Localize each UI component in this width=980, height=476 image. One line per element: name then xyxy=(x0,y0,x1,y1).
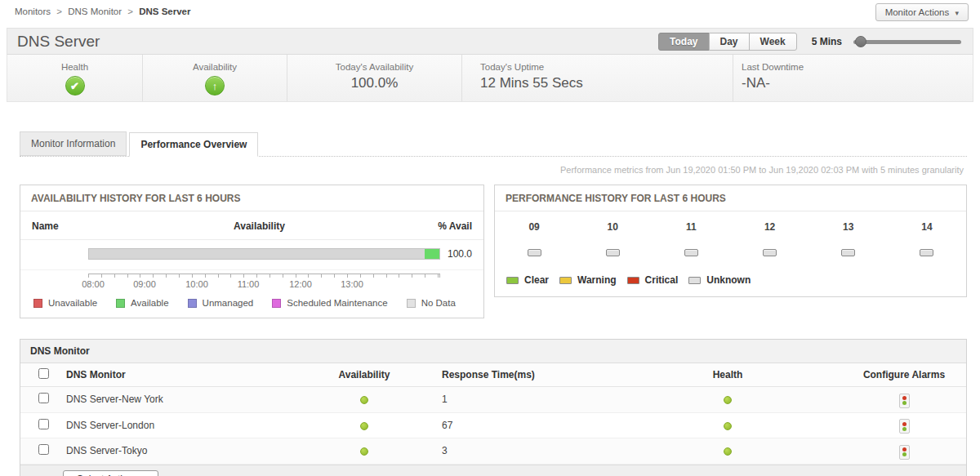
legend-item-available: Available xyxy=(116,298,168,308)
stat-last-downtime-label: Last Downtime xyxy=(742,62,973,72)
hour-state-unknown-icon[interactable] xyxy=(684,249,698,256)
availability-bar-row: 100.0 xyxy=(20,240,483,270)
col-response-time: Response Time(ms) xyxy=(425,364,613,385)
legend-item-unknown: Unknown xyxy=(688,274,751,286)
granularity-slider[interactable] xyxy=(853,36,961,47)
period-tab-day[interactable]: Day xyxy=(709,33,750,51)
hour-state-unknown-icon[interactable] xyxy=(920,249,933,256)
hour-label: 11 xyxy=(652,221,730,233)
availability-bar[interactable] xyxy=(88,248,440,260)
legend-item-clear: Clear xyxy=(506,274,549,286)
stat-last-downtime: Last Downtime -NA- xyxy=(733,55,973,101)
col-percent-avail: % Avail xyxy=(430,220,472,232)
axis-label: 11:00 xyxy=(238,279,260,289)
legend-label: Warning xyxy=(577,274,617,286)
tab-row: Monitor Information Performance Overview xyxy=(20,131,967,157)
legend-label: Scheduled Maintenance xyxy=(287,298,387,308)
availability-bar-available-segment xyxy=(425,249,439,259)
availability-history-title: AVAILABILITY HISTORY FOR LAST 6 HOURS xyxy=(20,185,483,211)
period-tab-week[interactable]: Week xyxy=(749,33,797,51)
table-title: DNS Monitor xyxy=(20,340,966,363)
monitor-summary-band: DNS Server Today Day Week 5 Mins Health … xyxy=(7,28,973,102)
todays-availability-value: 100.0% xyxy=(287,75,461,91)
monitor-name-link[interactable]: DNS Server-London xyxy=(66,416,303,435)
legend-label: Unmanaged xyxy=(203,298,254,308)
configure-alarms-icon[interactable] xyxy=(899,419,910,434)
hour-state-unknown-icon[interactable] xyxy=(528,249,541,256)
monitor-actions-button[interactable]: Monitor Actions ▾ xyxy=(875,3,969,21)
legend-label: Unavailable xyxy=(48,298,97,308)
last-downtime-value: -NA- xyxy=(742,75,973,91)
action-select[interactable]: --Select Action-- xyxy=(63,470,158,476)
scheduled-maintenance-swatch-icon xyxy=(272,299,281,308)
available-swatch-icon xyxy=(116,299,125,308)
availability-bar-no-data-segment xyxy=(89,249,425,259)
performance-history-panel: PERFORMANCE HISTORY FOR LAST 6 HOURS 09 … xyxy=(494,185,967,297)
stat-availability-label: Availability xyxy=(143,62,287,72)
legend-label: Clear xyxy=(524,274,549,286)
stat-health: Health ✔ xyxy=(7,55,142,101)
table-header-row: DNS Monitor Availability Response Time(m… xyxy=(20,363,966,387)
select-all-checkbox[interactable] xyxy=(38,368,49,379)
availability-up-dot-icon xyxy=(360,447,368,456)
tab-monitor-information[interactable]: Monitor Information xyxy=(20,131,127,156)
page-title: DNS Server xyxy=(17,33,100,51)
legend-label: Critical xyxy=(645,274,679,286)
row-checkbox[interactable] xyxy=(38,393,49,403)
top-bar: Monitors > DNS Monitor > DNS Server Moni… xyxy=(0,0,980,24)
hour-state-unknown-icon[interactable] xyxy=(763,249,777,256)
breadcrumb-monitors[interactable]: Monitors xyxy=(15,7,51,16)
availability-legend: Unavailable Available Unmanaged Schedule… xyxy=(20,291,483,318)
legend-item-warning: Warning xyxy=(559,274,617,286)
health-up-dot-icon xyxy=(724,447,732,456)
legend-label: No Data xyxy=(421,298,456,308)
table-row-tokyo: DNS Server-Tokyo 3 xyxy=(20,438,966,465)
stat-availability: Availability ↑ xyxy=(142,55,287,101)
row-checkbox[interactable] xyxy=(38,444,49,455)
col-availability: Availability xyxy=(303,364,425,385)
slider-handle[interactable] xyxy=(855,36,866,47)
response-time-value: 1 xyxy=(425,389,613,409)
col-name: Name xyxy=(32,220,89,232)
stat-todays-availability-label: Today's Availability xyxy=(287,62,461,72)
hour-state-unknown-icon[interactable] xyxy=(841,249,855,256)
todays-uptime-value: 12 Mins 55 Secs xyxy=(480,75,733,91)
hour-label: 14 xyxy=(888,221,966,233)
axis-labels: 08:00 09:00 10:00 11:00 12:00 13:00 xyxy=(88,278,440,291)
legend-label: Unknown xyxy=(706,274,751,286)
hour-label: 13 xyxy=(809,221,888,233)
clear-swatch-icon xyxy=(506,277,519,284)
table-row-london: DNS Server-London 67 xyxy=(20,413,966,439)
legend-item-unmanaged: Unmanaged xyxy=(188,298,254,308)
metrics-note: Performance metrics from Jun 19,2020 01:… xyxy=(0,165,964,175)
breadcrumb-dns-monitor[interactable]: DNS Monitor xyxy=(68,7,122,16)
performance-history-title: PERFORMANCE HISTORY FOR LAST 6 HOURS xyxy=(495,185,966,211)
row-checkbox[interactable] xyxy=(38,419,49,429)
performance-legend: Clear Warning Critical Unknown xyxy=(495,261,966,296)
performance-hour-states xyxy=(495,233,966,261)
period-tab-today[interactable]: Today xyxy=(658,33,709,51)
stats-strip: Health ✔ Availability ↑ Today's Availabi… xyxy=(7,55,973,102)
period-controls: Today Day Week 5 Mins xyxy=(658,33,961,51)
legend-label: Available xyxy=(131,298,168,308)
stat-todays-uptime: Today's Uptime 12 Mins 55 Secs xyxy=(461,55,733,101)
col-health: Health xyxy=(613,364,842,385)
monitor-name-link[interactable]: DNS Server-Tokyo xyxy=(66,441,303,460)
configure-alarms-icon[interactable] xyxy=(899,445,910,460)
health-up-dot-icon xyxy=(724,422,732,430)
breadcrumb-separator: > xyxy=(127,7,133,16)
monitor-name-link[interactable]: DNS Server-New York xyxy=(66,389,303,409)
tab-performance-overview[interactable]: Performance Overview xyxy=(129,132,258,157)
availability-history-panel: AVAILABILITY HISTORY FOR LAST 6 HOURS Na… xyxy=(20,185,484,318)
configure-alarms-icon[interactable] xyxy=(899,394,910,408)
col-dns-monitor: DNS Monitor xyxy=(66,364,303,385)
unmanaged-swatch-icon xyxy=(188,299,197,308)
slider-track[interactable] xyxy=(853,40,961,44)
availability-percent-value: 100.0 xyxy=(440,248,472,260)
col-configure-alarms: Configure Alarms xyxy=(842,364,966,385)
legend-item-no-data: No Data xyxy=(407,298,456,308)
hour-state-unknown-icon[interactable] xyxy=(606,249,620,256)
availability-up-icon: ↑ xyxy=(205,76,225,96)
health-up-dot-icon xyxy=(724,396,732,404)
breadcrumb-current: DNS Server xyxy=(139,7,190,16)
